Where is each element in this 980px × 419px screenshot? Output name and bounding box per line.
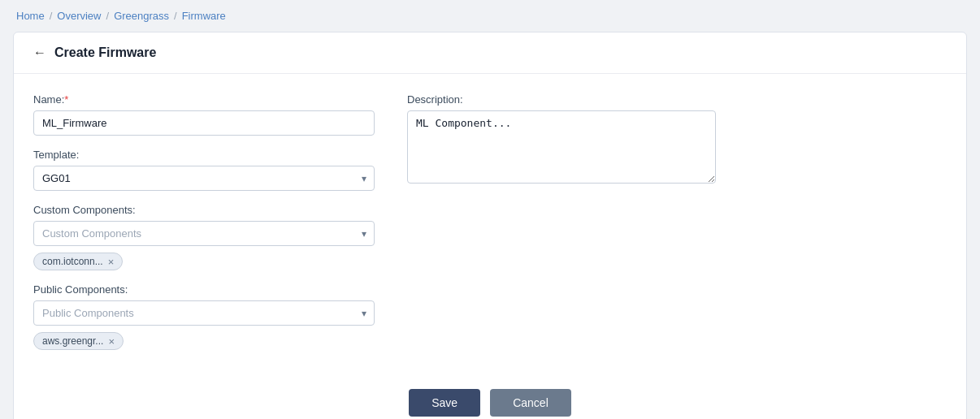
breadcrumb-sep-2: /: [106, 10, 110, 22]
breadcrumb-firmware[interactable]: Firmware: [182, 10, 226, 22]
public-components-select-wrapper: Public Components ▾: [33, 300, 375, 326]
back-arrow-icon[interactable]: ←: [33, 45, 46, 60]
form-left-col: Name:* Template: GG01 ▾ Custom Component…: [33, 93, 375, 363]
page-header: ← Create Firmware: [14, 32, 966, 74]
name-required-star: *: [64, 93, 68, 106]
custom-components-label: Custom Components:: [33, 204, 375, 216]
public-tags-list: aws.greengr... ×: [33, 332, 375, 350]
form-actions: Save Cancel: [33, 389, 947, 417]
cancel-button[interactable]: Cancel: [490, 389, 571, 417]
custom-tag-label-cc1: com.iotconn...: [42, 256, 103, 267]
description-label: Description:: [407, 93, 716, 106]
breadcrumb-sep-3: /: [174, 10, 177, 22]
custom-components-group: Custom Components: Custom Components ▾ c…: [33, 204, 375, 270]
template-select[interactable]: GG01: [33, 166, 375, 191]
breadcrumb: Home / Overview / Greengrass / Firmware: [16, 10, 964, 22]
custom-tags-list: com.iotconn... ×: [33, 253, 375, 270]
name-input[interactable]: [33, 110, 375, 136]
custom-components-select[interactable]: Custom Components: [33, 221, 375, 246]
name-label: Name:*: [33, 93, 375, 106]
form-body: Name:* Template: GG01 ▾ Custom Component…: [14, 74, 966, 419]
save-button[interactable]: Save: [409, 389, 480, 417]
form-row-top: Name:* Template: GG01 ▾ Custom Component…: [33, 93, 947, 363]
public-tag-label-pc1: aws.greengr...: [42, 335, 103, 347]
public-tag-pc1: aws.greengr... ×: [33, 332, 124, 350]
template-select-wrapper: GG01 ▾: [33, 166, 375, 191]
description-input[interactable]: ML Component...: [407, 110, 716, 184]
template-group: Template: GG01 ▾: [33, 149, 375, 191]
breadcrumb-home[interactable]: Home: [16, 10, 45, 22]
custom-tag-cc1: com.iotconn... ×: [33, 253, 123, 270]
custom-tag-remove-cc1[interactable]: ×: [108, 257, 115, 267]
description-group: Description: ML Component...: [407, 93, 716, 186]
breadcrumb-sep-1: /: [50, 10, 53, 22]
public-components-label: Public Components:: [33, 283, 375, 296]
public-components-group: Public Components: Public Components ▾ a…: [33, 283, 375, 350]
form-right-col: Description: ML Component...: [407, 93, 716, 363]
public-components-select[interactable]: Public Components: [33, 300, 375, 326]
name-group: Name:*: [33, 93, 375, 136]
breadcrumb-overview[interactable]: Overview: [57, 10, 101, 22]
public-tag-remove-pc1[interactable]: ×: [108, 336, 115, 347]
page-title: Create Firmware: [54, 45, 156, 60]
page-container: ← Create Firmware Name:* Template: GG01: [13, 32, 967, 419]
breadcrumb-greengrass[interactable]: Greengrass: [114, 10, 169, 22]
template-label: Template:: [33, 149, 375, 161]
custom-components-select-wrapper: Custom Components ▾: [33, 221, 375, 246]
